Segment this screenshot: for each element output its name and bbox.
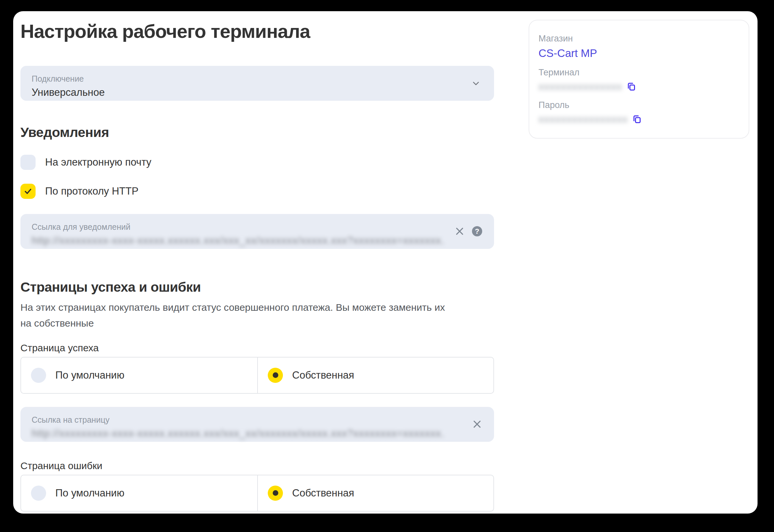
success-default-label: По умолчанию <box>55 369 124 381</box>
copy-icon[interactable] <box>627 82 636 91</box>
connection-select[interactable]: Подключение Универсальное <box>20 66 494 101</box>
success-page-url-label: Ссылка на страницу <box>32 415 483 425</box>
shop-label: Магазин <box>539 33 739 44</box>
error-page-label: Страница ошибки <box>20 460 494 471</box>
radio-unselected-icon[interactable] <box>31 486 46 501</box>
main-column: Настройка рабочего терминала Подключение… <box>20 20 494 512</box>
http-notification-label: По протоколу HTTP <box>45 185 138 197</box>
notification-url-field[interactable]: Ссылка для уведомлений http://xxxxxxxxx-… <box>20 214 494 249</box>
email-notification-checkbox-row[interactable]: На электронную почту <box>20 155 494 170</box>
page-title: Настройка рабочего терминала <box>20 20 494 43</box>
copy-icon[interactable] <box>632 115 641 124</box>
notifications-heading: Уведомления <box>20 124 494 140</box>
connection-value: Универсальное <box>32 86 483 99</box>
chevron-down-icon <box>471 78 481 90</box>
connection-label: Подключение <box>32 74 483 84</box>
radio-unselected-icon[interactable] <box>31 368 46 383</box>
clear-icon[interactable] <box>455 226 465 236</box>
success-page-radio-group: По умолчанию Собственная <box>20 357 494 394</box>
terminal-label: Терминал <box>539 67 739 78</box>
http-notification-checkbox-row[interactable]: По протоколу HTTP <box>20 184 494 199</box>
radio-selected-icon[interactable] <box>268 368 283 383</box>
settings-page-card: Настройка рабочего терминала Подключение… <box>13 11 758 514</box>
radio-selected-icon[interactable] <box>268 486 283 501</box>
success-page-label: Страница успеха <box>20 342 494 354</box>
terminal-info-card: Магазин CS-Cart MP Терминал xxxxxxxxxxxx… <box>529 20 749 139</box>
error-page-radio-group: По умолчанию Собственная <box>20 475 494 512</box>
notification-url-value-blurred: http://xxxxxxxxx-xxxx-xxxxx.xxxxxx.xxx/x… <box>32 234 443 247</box>
pages-description: На этих страницах покупатель видит стату… <box>20 300 452 331</box>
pages-heading: Страницы успеха и ошибки <box>20 279 494 295</box>
email-notification-label: На электронную почту <box>45 156 151 168</box>
password-label: Пароль <box>539 99 739 111</box>
error-default-label: По умолчанию <box>55 487 124 499</box>
success-page-url-value-blurred: http://xxxxxxxxx-xxxx-xxxxx.xxxxxx.xxx/x… <box>32 427 443 440</box>
question-mark-glyph: ? <box>472 226 482 236</box>
success-page-url-field[interactable]: Ссылка на страницу http://xxxxxxxxx-xxxx… <box>20 407 494 442</box>
terminal-value-blurred: xxxxxxxxxxxxxxx <box>539 81 623 92</box>
success-default-option[interactable]: По умолчанию <box>21 358 257 393</box>
help-icon[interactable]: ? <box>472 226 482 236</box>
shop-link[interactable]: CS-Cart MP <box>539 47 597 60</box>
checkbox-unchecked-icon[interactable] <box>20 155 36 170</box>
notification-url-label: Ссылка для уведомлений <box>32 222 483 232</box>
checkbox-checked-icon[interactable] <box>20 184 36 199</box>
password-value-blurred: xxxxxxxxxxxxxxxx <box>539 114 628 125</box>
error-custom-label: Собственная <box>292 487 354 499</box>
success-custom-label: Собственная <box>292 369 354 381</box>
success-custom-option[interactable]: Собственная <box>257 358 494 393</box>
error-default-option[interactable]: По умолчанию <box>21 475 257 511</box>
clear-icon[interactable] <box>472 419 482 429</box>
error-custom-option[interactable]: Собственная <box>257 475 494 511</box>
